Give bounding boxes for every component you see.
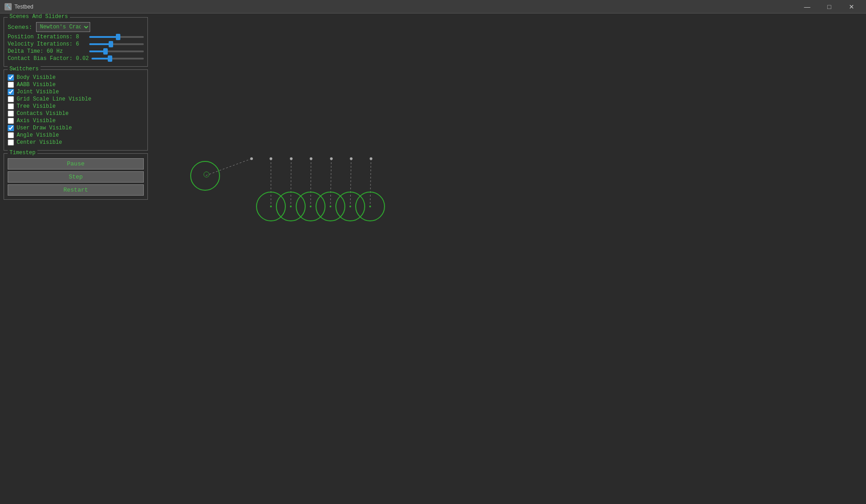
slider-label-deltatime: Delta Time: 60 Hz (8, 48, 87, 55)
main-layout: Scenes And Sliders Scenes: Newton's Crad… (0, 14, 866, 504)
slider-track-velocity[interactable] (89, 43, 144, 45)
slider-row-deltatime: Delta Time: 60 Hz (8, 48, 144, 55)
simulation-canvas[interactable] (151, 14, 866, 504)
switch-label-tree[interactable]: Tree Visible (17, 103, 55, 110)
scenes-select[interactable]: Newton's Cradle Box Stack Pendulum Bridg… (36, 22, 90, 32)
timestep-group: Timestep Pause Step Restart (4, 153, 148, 200)
checkbox-axis[interactable] (8, 118, 14, 124)
titlebar-left: 🔧 Testbed (5, 3, 33, 10)
switchers-group: Switchers Body Visible AABB Visible Join… (4, 69, 148, 151)
checkbox-aabb[interactable] (8, 82, 14, 88)
timestep-content: Pause Step Restart (8, 158, 144, 196)
pause-button[interactable]: Pause (8, 158, 144, 170)
switch-label-gridscale[interactable]: Grid Scale Line Visible (17, 96, 92, 102)
titlebar-controls: — □ ✕ (797, 0, 861, 14)
switch-row-userdraw: User Draw Visible (8, 125, 144, 131)
sliders-container: Position Iterations: 8 Velocity Iteratio… (8, 34, 144, 62)
switch-label-axis[interactable]: Axis Visible (17, 118, 55, 124)
switch-label-center[interactable]: Center Visible (17, 139, 62, 146)
close-button[interactable]: ✕ (841, 0, 861, 14)
checkbox-body[interactable] (8, 74, 14, 81)
switch-label-joint[interactable]: Joint Visible (17, 89, 59, 95)
titlebar: 🔧 Testbed — □ ✕ (0, 0, 866, 14)
switch-row-tree: Tree Visible (8, 103, 144, 110)
switch-row-axis: Axis Visible (8, 118, 144, 124)
switchers-title: Switchers (8, 66, 41, 72)
scenes-sliders-title: Scenes And Sliders (8, 14, 70, 20)
restart-button[interactable]: Restart (8, 184, 144, 196)
switch-row-aabb: AABB Visible (8, 82, 144, 88)
app-title: Testbed (14, 4, 33, 10)
slider-track-deltatime[interactable] (89, 50, 144, 52)
checkbox-center[interactable] (8, 139, 14, 146)
scenes-row: Scenes: Newton's Cradle Box Stack Pendul… (8, 22, 144, 32)
slider-label-contact: Contact Bias Factor: 0.02 (8, 55, 89, 62)
maximize-button[interactable]: □ (819, 0, 839, 14)
switch-row-joint: Joint Visible (8, 89, 144, 95)
switch-row-contacts: Contacts Visible (8, 110, 144, 117)
checkbox-userdraw[interactable] (8, 125, 14, 131)
checkbox-tree[interactable] (8, 103, 14, 110)
checkbox-gridscale[interactable] (8, 96, 14, 102)
switch-row-gridscale: Grid Scale Line Visible (8, 96, 144, 102)
scenes-sliders-group: Scenes And Sliders Scenes: Newton's Crad… (4, 17, 148, 67)
switch-label-angle[interactable]: Angle Visible (17, 132, 59, 138)
minimize-button[interactable]: — (797, 0, 817, 14)
timestep-title: Timestep (8, 150, 37, 156)
switch-label-contacts[interactable]: Contacts Visible (17, 110, 69, 117)
slider-row-velocity: Velocity Iterations: 6 (8, 41, 144, 47)
scenes-label: Scenes: (8, 24, 32, 31)
switch-label-aabb[interactable]: AABB Visible (17, 82, 55, 88)
slider-track-position[interactable] (89, 36, 144, 38)
switch-label-body[interactable]: Body Visible (17, 74, 55, 81)
left-panel: Scenes And Sliders Scenes: Newton's Crad… (0, 14, 151, 504)
switch-row-body: Body Visible (8, 74, 144, 81)
slider-row-position: Position Iterations: 8 (8, 34, 144, 40)
slider-row-contact: Contact Bias Factor: 0.02 (8, 55, 144, 62)
checkbox-contacts[interactable] (8, 110, 14, 117)
switchers-content: Body Visible AABB Visible Joint Visible … (8, 74, 144, 146)
checkbox-joint[interactable] (8, 89, 14, 95)
switch-label-userdraw[interactable]: User Draw Visible (17, 125, 72, 131)
step-button[interactable]: Step (8, 171, 144, 183)
slider-track-contact[interactable] (92, 58, 144, 60)
switch-row-center: Center Visible (8, 139, 144, 146)
app-icon: 🔧 (5, 3, 12, 10)
slider-label-velocity: Velocity Iterations: 6 (8, 41, 87, 47)
canvas-area (151, 14, 866, 504)
switch-row-angle: Angle Visible (8, 132, 144, 138)
checkbox-angle[interactable] (8, 132, 14, 138)
slider-label-position: Position Iterations: 8 (8, 34, 87, 40)
